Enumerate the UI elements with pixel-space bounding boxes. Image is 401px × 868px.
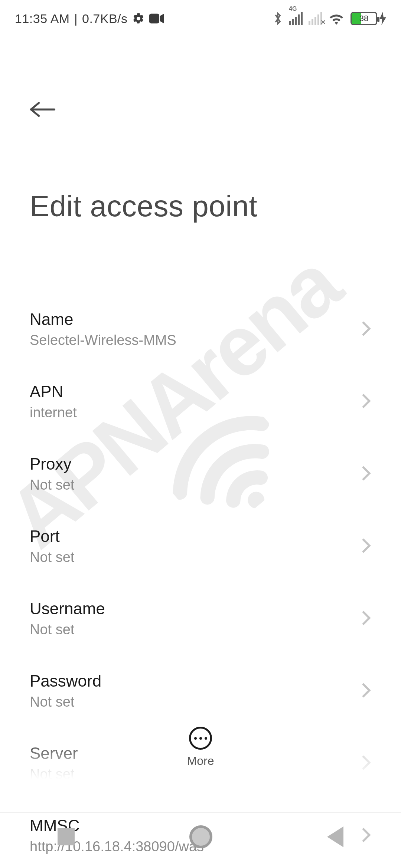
camera-icon xyxy=(149,13,164,24)
row-value: Not set xyxy=(30,766,371,782)
signal-4g-icon: 4G xyxy=(289,12,303,25)
row-value: Not set xyxy=(30,549,371,565)
chevron-right-icon xyxy=(361,682,371,700)
more-label: More xyxy=(187,754,214,768)
gear-icon xyxy=(132,12,145,25)
chevron-right-icon xyxy=(361,465,371,483)
nav-home-button[interactable] xyxy=(189,825,212,848)
row-value: internet xyxy=(30,405,371,421)
chevron-right-icon xyxy=(361,320,371,338)
charging-icon xyxy=(379,12,386,25)
row-value: Not set xyxy=(30,622,371,638)
row-username[interactable]: Username Not set xyxy=(0,582,401,655)
nav-recents-button[interactable] xyxy=(58,828,75,845)
status-data-rate: 0.7KB/s xyxy=(82,11,128,26)
system-navbar xyxy=(0,812,401,868)
wifi-icon xyxy=(328,12,345,25)
row-label: APN xyxy=(30,382,371,401)
row-password[interactable]: Password Not set xyxy=(0,655,401,727)
row-port[interactable]: Port Not set xyxy=(0,510,401,582)
svg-rect-1 xyxy=(149,14,159,24)
bluetooth-icon xyxy=(273,11,283,26)
row-label: Proxy xyxy=(30,455,371,473)
arrow-left-icon xyxy=(30,100,56,119)
status-time: 11:35 AM xyxy=(15,11,70,26)
chevron-right-icon xyxy=(361,393,371,411)
battery-indicator: 38 xyxy=(351,12,386,25)
row-label: Username xyxy=(30,599,371,618)
chevron-right-icon xyxy=(361,537,371,555)
more-icon xyxy=(189,727,212,750)
settings-list: Name Selectel-Wireless-MMS APN internet … xyxy=(0,293,401,868)
row-value: Not set xyxy=(30,477,371,493)
signal-no-sim-icon: ✕ xyxy=(309,12,322,25)
row-label: Name xyxy=(30,310,371,329)
more-button[interactable]: More xyxy=(187,727,214,768)
nav-back-button[interactable] xyxy=(327,826,343,847)
row-apn[interactable]: APN internet xyxy=(0,365,401,438)
back-button[interactable] xyxy=(30,100,56,119)
row-label: Port xyxy=(30,527,371,546)
row-value: Not set xyxy=(30,694,371,710)
chevron-right-icon xyxy=(361,610,371,628)
row-name[interactable]: Name Selectel-Wireless-MMS xyxy=(0,293,401,365)
row-value: Selectel-Wireless-MMS xyxy=(30,332,371,348)
status-sep: | xyxy=(74,11,78,26)
row-proxy[interactable]: Proxy Not set xyxy=(0,438,401,510)
page-title: Edit access point xyxy=(30,189,257,223)
status-bar: 11:35 AM | 0.7KB/s 4G ✕ xyxy=(0,0,401,37)
row-label: Password xyxy=(30,672,371,690)
